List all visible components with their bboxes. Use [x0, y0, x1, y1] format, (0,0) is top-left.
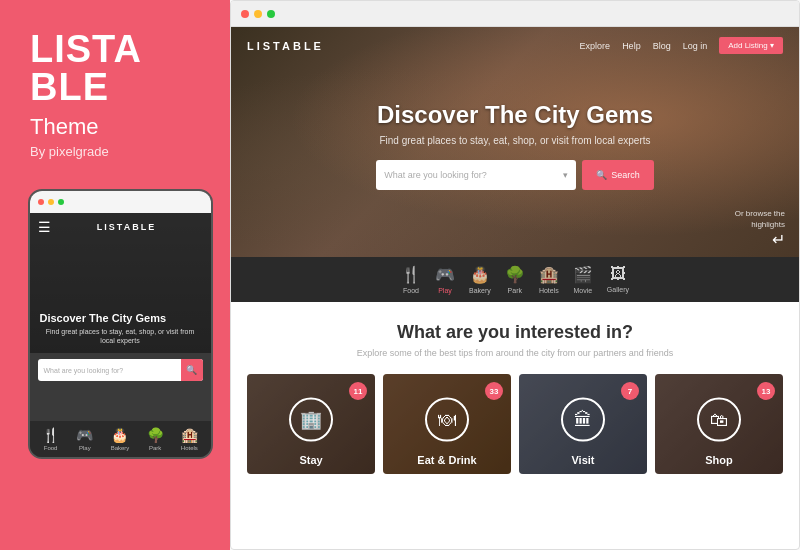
desktop-bakery-icon: 🎂 — [470, 265, 490, 284]
desktop-food-icon: 🍴 — [401, 265, 421, 284]
desktop-search-box[interactable]: What are you looking for? ▾ — [376, 160, 576, 190]
desktop-gallery-icon: 🖼 — [610, 265, 626, 283]
nav-blog[interactable]: Blog — [653, 41, 671, 51]
search-icon: 🔍 — [596, 170, 607, 180]
stay-icon: 🏢 — [300, 409, 322, 431]
bakery-icon: 🎂 — [111, 427, 128, 443]
section-subtitle: Explore some of the best tips from aroun… — [247, 348, 783, 358]
add-listing-button[interactable]: Add Listing ▾ — [719, 37, 783, 54]
desktop-cat-food-label: Food — [403, 287, 419, 294]
desktop-cat-movie[interactable]: 🎬 Movie — [573, 265, 593, 294]
desktop-cat-gallery-label: Gallery — [607, 286, 629, 293]
desktop-nav-links: Explore Help Blog Log in Add Listing ▾ — [580, 37, 783, 54]
card-eat-badge: 33 — [485, 382, 503, 400]
desktop-cat-park[interactable]: 🌳 Park — [505, 265, 525, 294]
desktop-search-row: What are you looking for? ▾ 🔍 Search — [376, 160, 654, 190]
card-visit-icon-area: 🏛 — [561, 398, 605, 442]
card-stay[interactable]: 11 🏢 Stay — [247, 374, 375, 474]
desktop-cat-hotels[interactable]: 🏨 Hotels — [539, 265, 559, 294]
visit-icon: 🏛 — [574, 409, 592, 430]
mobile-dot-green — [58, 199, 64, 205]
desktop-dot-yellow — [254, 10, 262, 18]
right-panel: LISTABLE Explore Help Blog Log in Add Li… — [230, 0, 800, 550]
desktop-browser-bar — [231, 1, 799, 27]
section-title: What are you interested in? — [247, 322, 783, 343]
brand-theme: Theme — [30, 114, 98, 140]
card-visit-badge: 7 — [621, 382, 639, 400]
mobile-cat-play[interactable]: 🎮 Play — [76, 427, 93, 451]
mobile-content: ☰ LISTABLE Discover The City Gems Find g… — [30, 213, 211, 457]
nav-explore[interactable]: Explore — [580, 41, 611, 51]
card-shop[interactable]: 13 🛍 Shop — [655, 374, 783, 474]
card-eat-label: Eat & Drink — [383, 454, 511, 466]
mobile-cat-play-label: Play — [79, 445, 91, 451]
desktop-cat-food[interactable]: 🍴 Food — [401, 265, 421, 294]
desktop-hero-center: Discover The City Gems Find great places… — [231, 64, 799, 257]
mobile-nav: ☰ LISTABLE — [30, 213, 211, 241]
mobile-categories: 🍴 Food 🎮 Play 🎂 Bakery 🌳 Park 🏨 H — [30, 421, 211, 457]
mobile-logo: LISTABLE — [97, 222, 156, 232]
desktop-hero-subtitle: Find great places to stay, eat, shop, or… — [379, 135, 650, 146]
desktop-dot-red — [241, 10, 249, 18]
browse-text: Or browse thehighlights — [735, 209, 785, 230]
desktop-cat-bakery[interactable]: 🎂 Bakery — [469, 265, 491, 294]
desktop-cat-play[interactable]: 🎮 Play — [435, 265, 455, 294]
mobile-cat-hotels-label: Hotels — [181, 445, 198, 451]
desktop-cat-bakery-label: Bakery — [469, 287, 491, 294]
desktop-section: What are you interested in? Explore some… — [231, 302, 799, 494]
card-stay-badge: 11 — [349, 382, 367, 400]
mobile-cat-park-label: Park — [149, 445, 161, 451]
desktop-hotels-icon: 🏨 — [539, 265, 559, 284]
mobile-dot-yellow — [48, 199, 54, 205]
desktop-hero-title: Discover The City Gems — [377, 101, 653, 129]
food-icon: 🍴 — [42, 427, 59, 443]
desktop-search-placeholder: What are you looking for? — [384, 170, 563, 180]
mobile-search-input[interactable]: What are you looking for? — [38, 367, 181, 374]
mobile-cat-food[interactable]: 🍴 Food — [42, 427, 59, 451]
hotels-icon: 🏨 — [181, 427, 198, 443]
desktop-website: LISTABLE Explore Help Blog Log in Add Li… — [231, 27, 799, 549]
brand-by: By pixelgrade — [30, 144, 109, 159]
card-visit[interactable]: 7 🏛 Visit — [519, 374, 647, 474]
card-shop-icon-area: 🛍 — [697, 398, 741, 442]
hamburger-icon[interactable]: ☰ — [38, 219, 51, 235]
mobile-cat-bakery-label: Bakery — [111, 445, 130, 451]
mobile-search-button[interactable]: 🔍 — [181, 359, 203, 381]
browse-arrow-icon: ↵ — [735, 230, 785, 249]
card-eat-icon-area: 🍽 — [425, 398, 469, 442]
mobile-hero-title: Discover The City Gems — [40, 312, 167, 324]
mobile-dot-red — [38, 199, 44, 205]
dropdown-arrow-icon[interactable]: ▾ — [563, 170, 568, 180]
card-eat[interactable]: 33 🍽 Eat & Drink — [383, 374, 511, 474]
mobile-cat-food-label: Food — [44, 445, 58, 451]
nav-help[interactable]: Help — [622, 41, 641, 51]
card-shop-circle: 🛍 — [697, 398, 741, 442]
desktop-movie-icon: 🎬 — [573, 265, 593, 284]
desktop-cat-gallery[interactable]: 🖼 Gallery — [607, 265, 629, 294]
mobile-cat-park[interactable]: 🌳 Park — [147, 427, 164, 451]
desktop-dot-green — [267, 10, 275, 18]
nav-login[interactable]: Log in — [683, 41, 708, 51]
mobile-search-bar[interactable]: What are you looking for? 🔍 — [38, 359, 203, 381]
desktop-cat-play-label: Play — [438, 287, 452, 294]
mobile-hero: ☰ LISTABLE Discover The City Gems Find g… — [30, 213, 211, 353]
mobile-mockup: ☰ LISTABLE Discover The City Gems Find g… — [28, 189, 213, 459]
desktop-cat-hotels-label: Hotels — [539, 287, 559, 294]
desktop-hero: LISTABLE Explore Help Blog Log in Add Li… — [231, 27, 799, 257]
card-eat-circle: 🍽 — [425, 398, 469, 442]
park-icon: 🌳 — [147, 427, 164, 443]
desktop-nav: LISTABLE Explore Help Blog Log in Add Li… — [231, 27, 799, 64]
desktop-categories: 🍴 Food 🎮 Play 🎂 Bakery 🌳 Park 🏨 H — [231, 257, 799, 302]
desktop-search-button[interactable]: 🔍 Search — [582, 160, 654, 190]
desktop-play-icon: 🎮 — [435, 265, 455, 284]
card-grid: 11 🏢 Stay 33 — [247, 374, 783, 474]
desktop-mockup: LISTABLE Explore Help Blog Log in Add Li… — [230, 0, 800, 550]
card-shop-label: Shop — [655, 454, 783, 466]
mobile-cat-bakery[interactable]: 🎂 Bakery — [111, 427, 130, 451]
mobile-cat-hotels[interactable]: 🏨 Hotels — [181, 427, 198, 451]
mobile-hero-sub: Find great places to stay, eat, shop, or… — [40, 327, 201, 345]
left-panel: LISTABLE Theme By pixelgrade ☰ LISTABLE … — [0, 0, 230, 550]
play-icon: 🎮 — [76, 427, 93, 443]
mobile-browser-bar — [30, 191, 211, 213]
card-visit-circle: 🏛 — [561, 398, 605, 442]
